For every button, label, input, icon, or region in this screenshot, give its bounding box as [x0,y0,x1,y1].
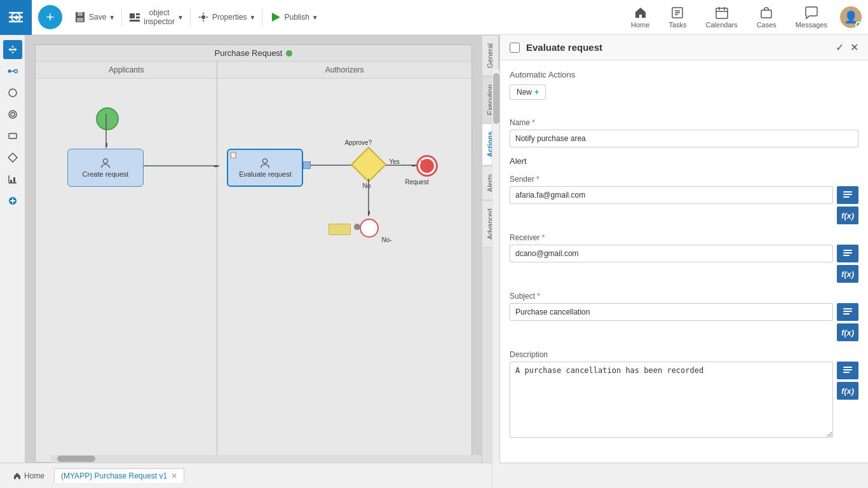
divider [121,8,122,27]
receiver-input[interactable] [510,245,833,262]
tool-diamond[interactable] [3,148,22,167]
tool-move[interactable] [3,40,22,59]
receiver-field-group: Receiver f(x) [510,233,858,283]
nav-right: Home Tasks Calendars [625,3,862,31]
logo-icon: ✱ [6,8,25,27]
svg-point-29 [11,112,15,116]
rect-icon [8,131,18,141]
object-inspector-button[interactable]: object inspector ▼ [123,4,189,30]
text-icon [843,190,853,200]
tool-chart[interactable] [3,170,22,189]
svg-rect-7 [77,18,83,22]
calendars-icon [715,6,729,20]
no2-label: No- [381,236,391,243]
sender-formula-button[interactable]: f(x) [837,207,858,224]
description-field-group: Description A purchase cancellation has … [510,350,858,440]
tool-connect[interactable] [3,62,22,81]
receiver-formula-button[interactable]: f(x) [837,265,858,283]
evaluate-request-task[interactable]: Evaluate request 📋 [227,149,303,187]
sender-input[interactable] [510,186,833,204]
svg-rect-51 [843,191,852,193]
subject-input[interactable] [510,303,833,321]
subject-label: Subject [510,292,858,301]
description-textarea[interactable]: A purchase cancellation has been recorde… [510,362,833,438]
tool-circle[interactable] [3,83,22,102]
panel-checkbox[interactable] [510,43,520,53]
name-input[interactable] [510,130,858,147]
receiver-text-button[interactable] [837,245,858,262]
horizontal-scrollbar[interactable] [51,455,482,463]
subject-buttons: f(x) [837,303,858,341]
connect-icon [8,66,18,76]
save-button[interactable]: Save ▼ [69,7,120,27]
circle2-icon [8,109,18,119]
tool-rect[interactable] [3,126,22,146]
subject-input-row: f(x) [510,303,858,341]
description-text-button[interactable] [837,362,858,379]
description-formula-button[interactable]: f(x) [837,382,858,400]
text4-icon [843,365,853,376]
lane-applicants-header: Applicants [36,62,217,79]
panel-scrollbar[interactable] [492,70,499,488]
panel-close-button[interactable]: ✕ [850,41,858,53]
text2-icon [843,248,853,259]
intermediate-event[interactable] [360,219,379,238]
task-marker2 [329,224,351,235]
sender-buttons: f(x) [837,186,858,224]
add-button[interactable]: + [38,5,62,29]
description-buttons: f(x) [837,362,858,400]
request-label: Request [405,179,428,186]
subject-formula-button[interactable]: f(x) [837,323,858,341]
svg-rect-61 [843,369,852,370]
canvas-area[interactable]: Purchase Request Applicants [25,35,482,463]
panel-actions: ✓ ✕ [836,41,858,53]
right-panel: Evaluate request ✓ ✕ Automatic Actions N… [499,35,868,463]
svg-marker-23 [8,45,17,54]
new-action-button[interactable]: New + [510,85,546,100]
sender-text-button[interactable] [837,186,858,204]
arrow-create-to-evaluate [144,165,220,167]
nav-messages[interactable]: Messages [789,3,834,31]
bottom-home[interactable]: Home [6,469,51,483]
svg-marker-31 [8,153,17,162]
bottom-tab-close[interactable]: ✕ [171,471,177,480]
svg-rect-57 [843,308,852,309]
start-event[interactable] [96,107,119,130]
diagram-status-dot [286,50,292,57]
avatar[interactable]: 👤 [840,6,862,28]
svg-rect-54 [843,250,852,251]
nav-home[interactable]: Home [625,3,656,31]
lane-applicants-body: Create request [36,79,217,460]
automatic-actions-label: Automatic Actions [510,70,858,79]
tool-add[interactable] [3,191,22,210]
svg-point-12 [201,15,205,19]
create-request-task[interactable]: Create request [67,149,144,187]
nav-tasks[interactable]: Tasks [662,3,693,31]
lane-applicants: Applicants [36,62,217,461]
arrow-yes [386,165,417,166]
save-icon [74,11,86,24]
svg-rect-22 [761,10,771,18]
approve-label: Approve? [344,139,372,146]
arrow-no [368,179,370,217]
sender-field-group: Sender f(x) [510,175,858,224]
svg-text:✱: ✱ [14,15,19,21]
publish-button[interactable]: Publish ▼ [264,7,323,27]
move-icon [8,44,18,55]
toolbar: ✱ + Save ▼ object inspector ▼ Properties… [0,0,868,35]
bottom-tab[interactable]: (MYAPP) Purchase Request v1 ✕ [54,468,184,483]
svg-rect-10 [136,17,140,18]
subject-text-button[interactable] [837,303,858,321]
properties-button[interactable]: Properties ▼ [192,7,261,27]
nav-cases[interactable]: Cases [750,3,783,31]
messages-icon [804,6,818,20]
tool-circle2[interactable] [3,105,22,124]
nav-calendars[interactable]: Calendars [700,3,744,31]
panel-confirm-button[interactable]: ✓ [836,41,844,53]
automatic-actions-section: Automatic Actions New + [510,70,858,109]
alert-section: Alert [510,156,858,166]
approve-gateway[interactable] [356,152,381,177]
svg-rect-11 [130,20,140,22]
svg-rect-52 [843,194,852,195]
task-marker [303,161,311,169]
